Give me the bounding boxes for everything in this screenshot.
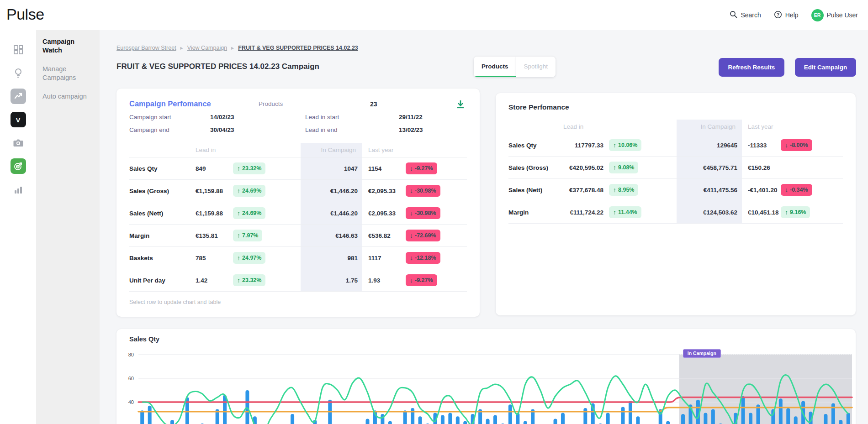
arrow-down-icon: ↓: [785, 141, 788, 149]
chevron-right-icon: ▶: [231, 46, 234, 50]
lead-in-value: 785: [196, 255, 233, 262]
increase-badge: ↑24.69%: [233, 185, 265, 197]
breadcrumb-current[interactable]: FRUIT & VEG SUPPORTED PRICES 14.02.23: [238, 45, 358, 51]
table-row[interactable]: Baskets785↑24.97%9811117↓-12.18%: [129, 247, 467, 269]
table-header-row: Lead inIn CampaignLast year: [508, 120, 843, 134]
column-header-in-campaign: In Campaign: [301, 147, 362, 153]
search-label: Search: [741, 11, 761, 19]
search-button[interactable]: Search: [730, 10, 761, 20]
last-year-value: 1154: [362, 165, 406, 172]
arrow-up-icon: ↑: [613, 209, 616, 216]
metric-label: Unit Per day: [129, 277, 196, 284]
help-button[interactable]: ? Help: [774, 10, 799, 20]
tab-spotlight[interactable]: Spotlight: [516, 57, 556, 77]
decrease-badge: ↓-30.98%: [406, 185, 440, 197]
increase-badge: ↑23.32%: [233, 274, 265, 286]
change-percent: -8.00%: [790, 142, 808, 148]
arrow-up-icon: ↑: [613, 164, 616, 171]
table-row[interactable]: Sales (Gross)€420,595.02↑9.08%€458,775.7…: [508, 157, 843, 179]
sales-bar: [463, 421, 467, 424]
store-performance-card: Store Perfomance Lead inIn CampaignLast …: [496, 93, 856, 315]
help-icon: ?: [774, 10, 782, 20]
sidebar-item-auto-campaign[interactable]: Auto campaign: [42, 92, 93, 101]
arrow-up-icon: ↑: [237, 187, 240, 194]
table-row[interactable]: Sales (Nett)€377,678.48↑8.95%€411,475.56…: [508, 179, 843, 201]
table-header-row: Lead inIn CampaignLast year: [129, 143, 467, 157]
last-year-change-cell: ↓-9.27%: [406, 274, 467, 286]
campaign-performance-table: Lead inIn CampaignLast yearSales Qty849↑…: [129, 143, 467, 292]
table-row[interactable]: Sales Qty117797.33↑10.06%129645-11333↓-8…: [508, 134, 843, 157]
table-row[interactable]: Margin€135.81↑7.97%€146.63€536.82↓-72.69…: [129, 225, 467, 247]
sales-bar: [388, 421, 392, 424]
refresh-results-button[interactable]: Refresh Results: [719, 58, 784, 77]
arrow-down-icon: ↓: [410, 187, 413, 194]
change-percent: 9.08%: [618, 164, 634, 171]
column-header-last-year: Last year: [742, 123, 781, 130]
camera-icon[interactable]: [11, 135, 26, 151]
campaign-start-label: Campaign start: [129, 114, 171, 120]
last-year-value: €2,095.33: [362, 210, 406, 217]
last-year-value: €10,451.18: [742, 209, 781, 216]
sales-bar: [223, 395, 227, 424]
sales-bar: [381, 414, 384, 424]
lightbulb-icon[interactable]: [11, 65, 26, 81]
arrow-up-icon: ↑: [237, 277, 240, 284]
change-percent: -0.34%: [790, 187, 808, 193]
metric-label: Sales (Gross): [129, 188, 196, 194]
lead-in-change-cell: ↑24.69%: [233, 185, 301, 197]
chart-title: Sales Qty: [129, 335, 159, 343]
lead-in-start-value: 29/11/22: [399, 114, 423, 120]
increase-badge: ↑7.97%: [233, 230, 262, 241]
decrease-badge: ↓-0.34%: [781, 184, 812, 196]
products-spotlight-toggle: Products Spotlight: [474, 57, 556, 77]
sales-bar: [411, 408, 414, 424]
tab-products[interactable]: Products: [474, 57, 516, 77]
sidebar-item-manage-campaigns[interactable]: Manage Campaigns: [42, 65, 93, 82]
metric-label: Sales (Nett): [508, 187, 563, 194]
lead-in-change-cell: ↑23.32%: [233, 274, 301, 286]
user-menu[interactable]: ER Pulse User: [811, 9, 858, 21]
campaign-performance-title: Campaign Perfomance: [129, 99, 211, 108]
download-icon[interactable]: [456, 99, 465, 111]
sales-bar: [681, 414, 685, 424]
sales-bar: [749, 413, 752, 424]
decrease-badge: ↓-30.98%: [406, 207, 440, 219]
edit-campaign-button[interactable]: Edit Campaign: [795, 58, 856, 77]
in-campaign-value: €458,775.71: [677, 164, 742, 171]
table-row[interactable]: Sales Qty849↑23.32%10471154↓-9.27%: [129, 157, 467, 180]
increase-badge: ↑9.16%: [781, 206, 810, 218]
campaign-end-value: 30/04/23: [210, 126, 234, 133]
metric-label: Margin: [508, 209, 563, 216]
column-header-last-year: Last year: [362, 147, 406, 153]
decrease-badge: ↓-9.27%: [406, 274, 437, 286]
sales-bar: [704, 413, 707, 424]
change-percent: 23.32%: [242, 277, 261, 283]
trend-chart-icon[interactable]: [11, 89, 26, 104]
sales-bar: [561, 413, 565, 424]
v-app-icon[interactable]: V: [11, 112, 26, 127]
table-row[interactable]: Unit Per day1.42↑23.32%1.751.93↓-9.27%: [129, 269, 467, 292]
arrow-down-icon: ↓: [410, 277, 413, 284]
lead-in-change-cell: ↑11.44%: [603, 206, 677, 218]
increase-badge: ↑24.69%: [233, 207, 265, 219]
bar-chart-icon[interactable]: [11, 182, 26, 197]
breadcrumb-store-link[interactable]: Eurospar Barrow Street: [116, 45, 176, 51]
sales-qty-chart: 806040: [116, 329, 856, 424]
table-row[interactable]: Sales (Gross)€1,159.88↑24.69%€1,446.20€2…: [129, 180, 467, 202]
breadcrumb-view-campaign-link[interactable]: View Campaign: [187, 45, 227, 51]
table-row[interactable]: Sales (Nett)€1,159.88↑24.69%€1,446.20€2,…: [129, 202, 467, 225]
table-row[interactable]: Margin€111,724.22↑11.44%€124,503.62€10,4…: [508, 201, 843, 224]
top-header: Pulse Search ? Help ER Pulse User: [0, 0, 868, 30]
campaign-target-icon[interactable]: [11, 158, 26, 174]
sidebar-item-campaign-watch[interactable]: Campaign Watch: [42, 37, 93, 55]
lead-in-change-cell: ↑24.69%: [233, 207, 301, 219]
increase-badge: ↑23.32%: [233, 162, 265, 174]
page-title: FRUIT & VEG SUPPORTED PRICES 14.02.23 Ca…: [116, 62, 319, 71]
svg-text:?: ?: [777, 12, 779, 17]
y-axis-tick: 60: [128, 376, 134, 381]
last-year-change-cell: ↓-9.27%: [406, 162, 467, 174]
chart-canvas: 806040: [116, 329, 856, 424]
dashboard-grid-icon[interactable]: [11, 42, 26, 58]
y-axis-tick: 80: [128, 352, 134, 357]
increase-badge: ↑8.95%: [609, 184, 638, 196]
